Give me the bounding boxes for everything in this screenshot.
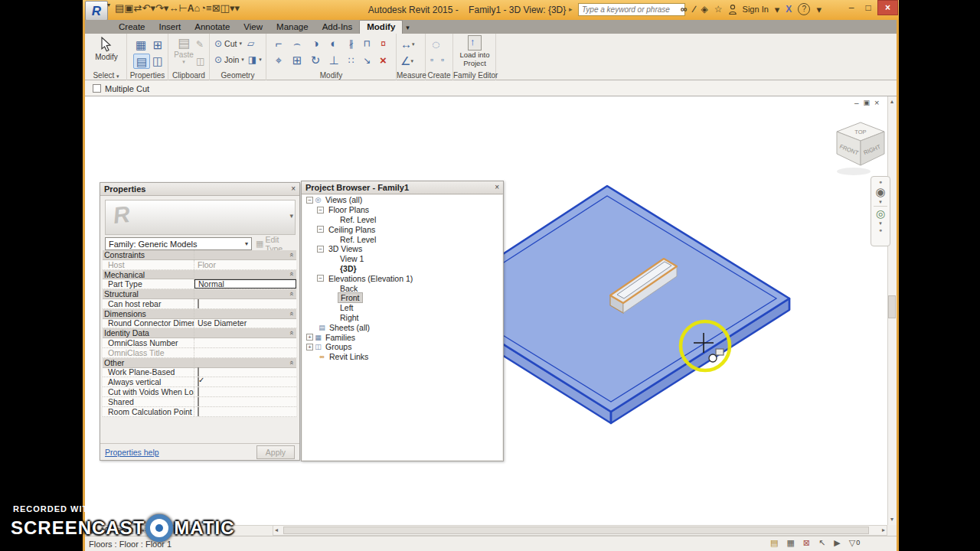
expander-icon[interactable]: + [306,334,313,341]
mirror-pick-axis-icon[interactable]: ◑ [308,37,323,49]
filter-icon[interactable]: ▽0 [849,539,860,547]
section-row[interactable]: Dimensions« [103,309,296,319]
tree-item[interactable]: Left [302,303,502,313]
tree-item[interactable]: Back [302,283,502,293]
view-close-icon[interactable]: × [874,99,879,107]
text-tool-icon[interactable]: A [188,4,194,13]
tree-item[interactable]: −Elevations (Elevation 1) [302,273,502,283]
tree-item[interactable]: −◎Views (all) [302,195,502,205]
copy-to-clipboard-icon[interactable]: ◫ [196,57,204,66]
multiple-cut-checkbox[interactable] [93,84,101,93]
collapse-chevron-icon[interactable]: « [287,331,295,335]
tab-manage[interactable]: Manage [270,21,315,34]
scroll-right-icon[interactable]: ▸ [882,527,885,533]
copy-icon[interactable]: ⊞ [289,54,305,66]
section-row[interactable]: Mechanical« [103,270,296,280]
move-icon[interactable]: ⌖ [271,54,286,66]
collapse-chevron-icon[interactable]: « [287,360,295,364]
cube-icon[interactable]: ▱ [247,39,254,48]
project-browser-close-icon[interactable]: × [495,184,499,191]
worksets-icon[interactable]: ▤ [770,539,778,547]
help-icon[interactable]: ? [798,3,810,15]
panel-geometry-label[interactable]: Geometry [210,70,266,80]
create-assembly-icon[interactable]: ▫ [441,55,444,64]
delete-icon[interactable]: × [377,54,390,66]
modify-tool-button[interactable]: Modify [94,37,119,61]
press-drag-icon[interactable]: ↖ [818,539,825,547]
ribbon-state-caret-icon[interactable]: ▾ [403,23,414,34]
expander-icon[interactable]: − [317,246,324,253]
project-browser-header[interactable]: Project Browser - Family1 × [302,181,503,194]
panel-modify-label[interactable]: Modify [266,70,396,80]
shared-checkbox[interactable] [198,397,199,406]
join-geometry-button[interactable]: ⊙ Join ▾ ◨ ▾ [214,55,262,64]
select-pointer-icon[interactable]: ▶ [834,539,840,547]
tree-item[interactable]: Right [302,313,502,323]
scale-icon[interactable]: ↘ [361,54,374,66]
undo-icon[interactable]: ↶ [142,3,151,13]
properties-palette-toggle-icon[interactable]: ▤ [133,54,150,69]
paste-button[interactable]: ▤ Paste ▾ [172,37,195,65]
scroll-left-icon[interactable]: ◂ [275,527,278,533]
section-row[interactable]: Structural« [103,289,296,299]
work-plane-based-checkbox[interactable] [198,367,199,377]
zoom-caret-icon[interactable]: ▾ [879,220,882,226]
window-minimize-button[interactable]: – [844,0,859,15]
tree-item[interactable]: ∞Revit Links [302,352,502,362]
rotate-icon[interactable]: ↻ [308,54,323,66]
panel-measure-label[interactable]: Measure [397,70,425,80]
preview-caret-icon[interactable]: ▾ [289,213,293,220]
section-row[interactable]: Constraints« [103,250,296,260]
panel-create-label[interactable]: Create [426,70,452,80]
edit-type-button[interactable]: ▦ Edit Type [256,237,296,250]
section-icon[interactable]: ◔ [200,3,206,13]
property-row[interactable]: Part TypeNormal [103,279,296,289]
collapse-chevron-icon[interactable]: « [287,292,295,296]
tab-view[interactable]: View [237,21,270,34]
expander-icon[interactable]: − [317,275,324,282]
design-options-icon[interactable]: ▦ [786,539,794,547]
scroll-up-icon[interactable]: ▴ [890,99,893,105]
measure-between-refs-button[interactable]: ↔ ▾ [400,38,415,50]
create-similar-icon[interactable]: ▫ [430,55,433,64]
apply-button[interactable]: Apply [256,445,295,459]
property-row[interactable]: Cut with Voids When Loaded [103,387,296,397]
view-restore-icon[interactable]: ▣ [864,99,871,107]
viewcube[interactable]: TOP FRONT RIGHT [831,115,890,179]
open-icon[interactable]: ▤ [115,3,124,13]
cut-geometry-button[interactable]: ⊙ Cut ▾ ▱ [214,39,254,48]
split-element-icon[interactable]: ∦ [345,37,358,49]
view-minimize-icon[interactable]: – [854,99,859,107]
family-category-icon[interactable]: ⊞ [150,37,165,51]
navbar-top-dot-icon[interactable]: ● [879,179,882,184]
property-row[interactable]: Shared [103,397,296,407]
measure-angle-button[interactable]: ∠ ▾ [400,55,413,67]
property-row[interactable]: Round Connector DimensionUse Diameter [103,319,296,329]
vertical-scrollbar-thumb[interactable] [888,295,896,318]
tree-item[interactable]: View 1 [302,254,502,264]
properties-help-link[interactable]: Properties help [105,448,256,457]
sign-in-person-icon[interactable] [729,5,737,15]
exclude-options-icon[interactable]: ⊠ [803,539,810,547]
panel-family-editor-label[interactable]: Family Editor [453,70,495,80]
property-row[interactable]: Can host rebar [103,299,296,309]
tree-item-current-view[interactable]: {3D} [302,264,502,274]
trim-extend-icon[interactable]: ⊥ [326,54,341,66]
section-row[interactable]: Identity Data« [103,328,296,338]
app-menu-caret-icon[interactable]: ▾ [107,2,110,8]
mirror-draw-axis-icon[interactable]: ◐ [326,37,341,49]
redo-icon[interactable]: ↷ [155,3,164,13]
steering-wheel-icon[interactable]: ◉ [875,186,885,197]
property-row[interactable]: Always vertical [103,377,296,387]
revit-application-menu-button[interactable]: R [85,1,108,21]
sign-in-caret-icon[interactable]: ▾ [775,5,780,15]
section-row[interactable]: Other« [103,358,296,368]
tree-item[interactable]: −3D Views [302,244,502,254]
cut-to-clipboard-icon[interactable]: ✎ [196,40,204,49]
properties-close-icon[interactable]: × [291,185,296,193]
exchange-apps-icon[interactable]: X [786,5,792,14]
property-row[interactable]: OmniClass Number [103,338,296,348]
aligned-dimension-icon[interactable]: ⊢ [178,3,187,13]
window-maximize-button[interactable]: □ [861,0,876,15]
family-types-icon[interactable]: ▦ [133,37,149,51]
